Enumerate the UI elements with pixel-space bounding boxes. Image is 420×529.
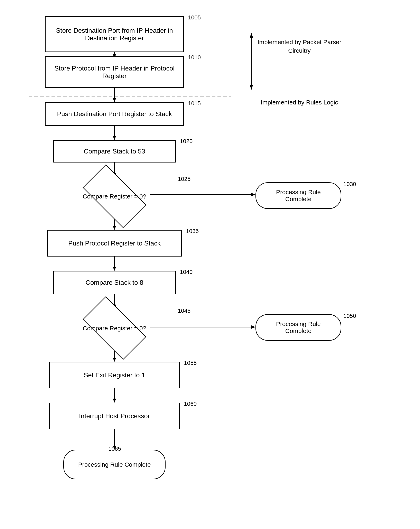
- ref-1040: 1040: [180, 269, 193, 275]
- pill-1030: Processing Rule Complete: [255, 182, 341, 209]
- svg-marker-5: [113, 136, 116, 140]
- svg-marker-11: [113, 226, 116, 230]
- pill-1065: Processing Rule Complete: [63, 450, 166, 479]
- box-1020: Compare Stack to 53: [53, 140, 176, 162]
- ref-1055: 1055: [184, 360, 197, 366]
- svg-marker-3: [113, 98, 116, 102]
- ref-1030: 1030: [343, 181, 356, 187]
- ref-1015: 1015: [188, 100, 201, 107]
- box-1040: Compare Stack to 8: [53, 271, 176, 294]
- ref-1005: 1005: [188, 14, 201, 21]
- diagram-container: Store Destination Port from IP Header in…: [16, 8, 405, 523]
- svg-marker-13: [113, 267, 116, 271]
- svg-marker-9: [251, 193, 255, 196]
- box-1055: Set Exit Register to 1: [49, 362, 180, 388]
- ref-1020: 1020: [180, 138, 193, 145]
- svg-marker-21: [113, 398, 116, 403]
- ref-1045: 1045: [178, 308, 190, 314]
- svg-marker-27: [250, 85, 253, 90]
- annotation-packet-parser: Implemented by Packet Parser Circuitry: [253, 38, 345, 55]
- ref-1065: 1065: [108, 446, 121, 452]
- diamond-1025: Compare Register = 0?: [54, 177, 175, 216]
- svg-marker-19: [113, 358, 116, 362]
- diamond-1045: Compare Register = 0?: [54, 309, 175, 347]
- box-1035: Push Protocol Register to Stack: [47, 230, 182, 257]
- box-1005: Store Destination Port from IP Header in…: [45, 16, 184, 52]
- pill-1050: Processing Rule Complete: [255, 314, 341, 341]
- ref-1050: 1050: [343, 313, 356, 319]
- ref-1035: 1035: [186, 228, 199, 235]
- box-1060: Interrupt Host Processor: [49, 403, 180, 429]
- ref-1010: 1010: [188, 54, 201, 61]
- annotation-rules-logic: Implemented by Rules Logic: [253, 98, 345, 107]
- box-1015: Push Destination Port Register to Stack: [45, 102, 184, 126]
- ref-1025: 1025: [178, 176, 190, 182]
- svg-marker-17: [251, 325, 255, 329]
- ref-1060: 1060: [184, 401, 197, 407]
- box-1010: Store Protocol from IP Header in Protoco…: [45, 56, 184, 88]
- svg-marker-26: [250, 33, 253, 38]
